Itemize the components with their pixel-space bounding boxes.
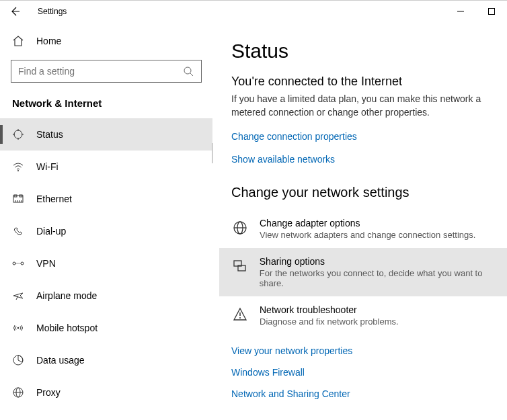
link-view-network-properties[interactable]: View your network properties [231,345,507,356]
minimize-button[interactable] [445,1,476,22]
proxy-icon [12,386,24,398]
sidebar-item-label: Airplane mode [36,290,97,301]
sidebar-item-status[interactable]: Status [0,118,212,151]
card-title: Network troubleshooter [260,304,399,315]
connected-heading: You're connected to the Internet [231,75,507,89]
sidebar-item-datausage[interactable]: Data usage [0,344,212,376]
card-desc: View network adapters and change connect… [260,230,475,240]
svg-point-31 [239,317,241,319]
svg-point-4 [14,130,22,138]
sidebar-item-proxy[interactable]: Proxy [0,376,212,409]
section-heading: Change your network settings [231,185,507,200]
sidebar-item-ethernet[interactable]: Ethernet [0,183,212,215]
card-change-adapter-options[interactable]: Change adapter options View network adap… [231,210,507,248]
settings-window: Settings Home [0,0,507,420]
svg-point-9 [17,170,19,171]
search-icon [182,65,194,77]
card-sharing-options[interactable]: Sharing options For the networks you con… [219,248,507,296]
connected-body: If you have a limited data plan, you can… [231,93,500,119]
dialup-icon [12,225,24,237]
sidebar-item-wifi[interactable]: Wi-Fi [0,151,212,183]
hotspot-icon [12,322,24,334]
titlebar: Settings [0,1,507,22]
home-icon [12,35,24,47]
sidebar-item-vpn[interactable]: VPN [0,247,212,280]
svg-point-18 [21,262,24,265]
search-input[interactable] [11,60,202,83]
card-title: Change adapter options [260,218,475,228]
sidebar-item-label: Ethernet [36,194,72,204]
card-network-troubleshooter[interactable]: Network troubleshooter Diagnose and fix … [231,296,507,335]
page-title: Status [231,40,507,62]
link-show-available-networks[interactable]: Show available networks [231,154,507,165]
home-nav[interactable]: Home [0,28,212,54]
card-title: Sharing options [260,256,507,267]
sidebar-item-label: VPN [36,258,56,269]
ethernet-icon [12,193,24,205]
card-desc: Diagnose and fix network problems. [260,317,399,327]
svg-rect-1 [489,9,495,15]
home-label: Home [36,36,61,46]
link-windows-firewall[interactable]: Windows Firewall [231,367,507,378]
back-button[interactable] [9,6,26,17]
adapter-icon [231,219,249,237]
search-field[interactable] [18,66,182,77]
card-desc: For the networks you connect to, decide … [260,268,507,288]
svg-point-2 [184,67,191,74]
svg-point-20 [17,327,20,329]
sidebar: Home Network & Internet Status [0,22,212,420]
datausage-icon [12,354,24,366]
vpn-icon [12,257,24,269]
sidebar-item-label: Status [36,129,63,140]
category-title: Network & Internet [0,91,212,118]
sidebar-item-label: Wi-Fi [36,161,58,172]
link-change-connection-properties[interactable]: Change connection properties [231,131,507,142]
sidebar-item-airplane[interactable]: Airplane mode [0,280,212,312]
window-title: Settings [38,7,67,16]
svg-line-3 [190,73,193,76]
airplane-icon [12,290,24,302]
sidebar-item-label: Dial-up [36,226,66,237]
main-content: Status You're connected to the Internet … [212,22,507,420]
sidebar-item-dialup[interactable]: Dial-up [0,215,212,247]
sidebar-item-hotspot[interactable]: Mobile hotspot [0,312,212,344]
link-network-sharing-center[interactable]: Network and Sharing Center [231,388,507,399]
wifi-icon [12,161,24,173]
sidebar-item-label: Mobile hotspot [36,323,98,333]
status-icon [12,128,24,140]
sidebar-item-label: Data usage [36,355,85,366]
svg-point-17 [13,262,15,265]
troubleshooter-icon [231,306,249,323]
sidebar-item-label: Proxy [36,387,61,398]
maximize-button[interactable] [476,1,507,22]
sharing-icon [231,257,249,275]
